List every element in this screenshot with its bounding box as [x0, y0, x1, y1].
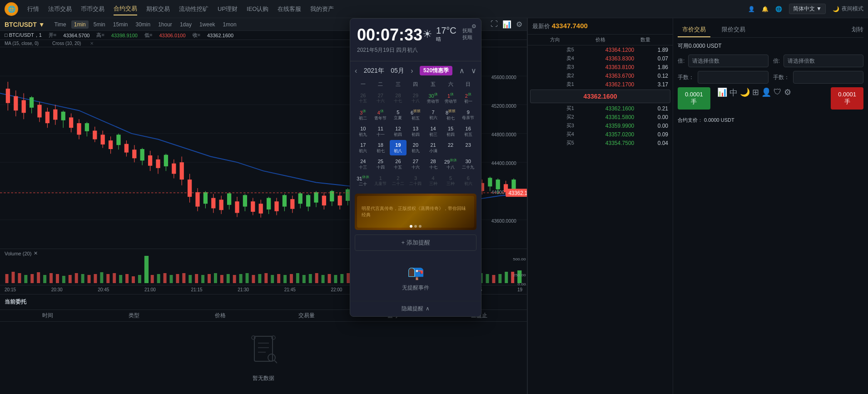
- tf-1day[interactable]: 1day: [177, 20, 194, 29]
- user-icon[interactable]: 👤: [748, 6, 755, 12]
- tf-30min[interactable]: 30min: [133, 20, 153, 29]
- tf-1hour[interactable]: 1hour: [155, 20, 175, 29]
- bid-row-1[interactable]: 买1 43362.1600 0.21: [528, 104, 673, 113]
- cal-day-19-today[interactable]: 19初八: [390, 140, 407, 155]
- leverage-long-select[interactable]: 请选择倍数: [688, 55, 768, 67]
- bell-icon[interactable]: 🔔: [762, 6, 769, 12]
- calendar-settings-icon[interactable]: ⚙: [471, 23, 476, 30]
- nav-spot[interactable]: 币币交易: [81, 3, 104, 15]
- cal-day-6-next[interactable]: 6初六: [460, 173, 476, 189]
- expand-down-button[interactable]: ∨: [471, 66, 476, 75]
- qty-short-input[interactable]: 0.0001: [794, 71, 863, 83]
- cal-day-22[interactable]: 22: [442, 140, 459, 155]
- ask-row-5[interactable]: 卖5 43364.1200 1.89: [528, 45, 673, 54]
- nav-fiat[interactable]: 法币交易: [48, 3, 72, 15]
- settings-icon[interactable]: ⚙: [516, 20, 522, 29]
- tf-time[interactable]: Time: [52, 20, 69, 29]
- ask-row-2[interactable]: 卖2 43363.6700 0.12: [528, 71, 673, 80]
- cal-day-5[interactable]: 5立夏: [390, 107, 407, 123]
- cal-day-11[interactable]: 11十一: [372, 124, 389, 139]
- nav-options[interactable]: 期权交易: [146, 3, 170, 15]
- prev-month-button[interactable]: ‹: [355, 67, 357, 75]
- tab-transfer[interactable]: 划转: [852, 23, 863, 37]
- cross-close-icon[interactable]: ✕: [90, 41, 94, 46]
- bid-row-2[interactable]: 买2 43361.5800 0.00: [528, 113, 673, 121]
- cal-day-16[interactable]: 16初五: [460, 124, 476, 139]
- cal-day-5-next[interactable]: 5三种: [442, 173, 459, 189]
- person-icon[interactable]: 👤: [761, 87, 771, 110]
- globe-icon[interactable]: 🌐: [775, 6, 782, 12]
- cal-day-9[interactable]: 9母亲节: [460, 107, 476, 123]
- bid-row-4[interactable]: 买4 43357.0200 0.09: [528, 130, 673, 139]
- cal-day-13[interactable]: 13初四: [407, 124, 424, 139]
- cal-day-24[interactable]: 24十三: [355, 156, 372, 172]
- cal-day-27[interactable]: 27十六: [407, 156, 424, 172]
- nav-ieo[interactable]: IEO认购: [247, 3, 268, 15]
- cal-day-4[interactable]: 4青年节: [372, 107, 389, 123]
- chart-s-icon[interactable]: 📊: [717, 87, 727, 110]
- sell-short-button[interactable]: 0.0001 手: [831, 87, 863, 110]
- cal-day-27-prev[interactable]: 27十六: [372, 90, 389, 106]
- hide-reminder-button[interactable]: 隐藏提醒 ∧: [350, 301, 481, 316]
- nav-assets[interactable]: 我的资产: [310, 3, 334, 15]
- expand-up-button[interactable]: ∧: [459, 66, 465, 75]
- cal-day-1[interactable]: 1劳动节: [442, 90, 459, 106]
- cal-day-26-prev[interactable]: 26十五: [355, 90, 372, 106]
- tf-5min[interactable]: 5min: [91, 20, 108, 29]
- chart-type-icon[interactable]: 📊: [502, 20, 511, 29]
- language-selector[interactable]: 简体中文 ▼: [789, 4, 826, 14]
- cal-day-8[interactable]: 8班初七: [442, 107, 459, 123]
- moon2-icon[interactable]: 🌙: [740, 87, 750, 110]
- cal-day-28-prev[interactable]: 28十七: [390, 90, 407, 106]
- tab-limit-order[interactable]: 限价交易: [717, 23, 750, 37]
- trading-pair[interactable]: BTC/USDT ▼: [5, 21, 45, 28]
- settings2-icon[interactable]: ⚙: [784, 87, 791, 110]
- cal-day-7[interactable]: 7初六: [425, 107, 441, 123]
- bid-row-5[interactable]: 买5 43354.7500 0.04: [528, 139, 673, 147]
- cal-day-3[interactable]: 3初二: [355, 107, 372, 123]
- cal-day-31[interactable]: 31休二十: [355, 173, 372, 189]
- nav-earn[interactable]: UP理财: [218, 3, 238, 15]
- add-reminder-button[interactable]: + 添加提醒: [355, 234, 476, 251]
- volume-close-icon[interactable]: ✕: [34, 250, 38, 256]
- tf-15min[interactable]: 15min: [110, 20, 131, 29]
- cal-day-14[interactable]: 14初三: [425, 124, 441, 139]
- banner-dot-3[interactable]: [419, 225, 422, 228]
- banner-dot-2[interactable]: [414, 225, 417, 228]
- tf-1min[interactable]: 1min: [71, 20, 89, 29]
- banner-dot-1[interactable]: [410, 225, 412, 228]
- cal-day-2-next[interactable]: 2二十二: [390, 173, 407, 189]
- fullscreen-icon[interactable]: ⛶: [491, 20, 498, 29]
- tab-market-order[interactable]: 市价交易: [678, 23, 710, 37]
- cal-day-29[interactable]: 29休十八: [442, 156, 459, 172]
- cal-day-23[interactable]: 23: [460, 140, 476, 155]
- cal-day-29-prev[interactable]: 29十八: [407, 90, 424, 106]
- cal-day-12[interactable]: 12初四: [390, 124, 407, 139]
- shield-icon[interactable]: 🛡: [774, 87, 782, 110]
- grid-icon[interactable]: ⊞: [752, 87, 759, 110]
- ask-row-4[interactable]: 卖4 43363.8300 0.07: [528, 54, 673, 63]
- nav-contract[interactable]: 合约交易: [114, 3, 137, 15]
- cal-day-3-next[interactable]: 3二十四: [407, 173, 424, 189]
- cal-day-15[interactable]: 15初四: [442, 124, 459, 139]
- nav-support[interactable]: 在线客服: [278, 3, 301, 15]
- cal-day-1-next[interactable]: 1儿童节: [372, 173, 389, 189]
- next-month-button[interactable]: ›: [411, 67, 413, 75]
- ask-row-1[interactable]: 卖1 43362.1700 3.17: [528, 80, 673, 89]
- cal-day-10[interactable]: 10初九: [355, 124, 372, 139]
- cal-day-4-next[interactable]: 4三种: [425, 173, 441, 189]
- tf-1mon[interactable]: 1mon: [220, 20, 239, 29]
- cal-day-26[interactable]: 26十五: [390, 156, 407, 172]
- cal-day-21[interactable]: 21小满: [425, 140, 441, 155]
- cal-day-20[interactable]: 20初九: [407, 140, 424, 155]
- cal-day-6[interactable]: 6班初五: [407, 107, 424, 123]
- leverage-short-select[interactable]: 请选择倍数: [784, 55, 863, 67]
- zh-icon[interactable]: 中: [729, 87, 738, 110]
- cal-day-30-prev[interactable]: 30劳动节: [425, 90, 441, 106]
- nav-market[interactable]: 行情: [27, 3, 39, 15]
- cal-day-17[interactable]: 17初六: [355, 140, 372, 155]
- nav-liquidity[interactable]: 流动性挖矿: [179, 3, 208, 15]
- qty-long-input[interactable]: 0.0001: [698, 71, 768, 83]
- bid-row-3[interactable]: 买3 43359.9900 0.00: [528, 121, 673, 130]
- night-mode-toggle[interactable]: 🌙 夜间模式: [833, 5, 863, 13]
